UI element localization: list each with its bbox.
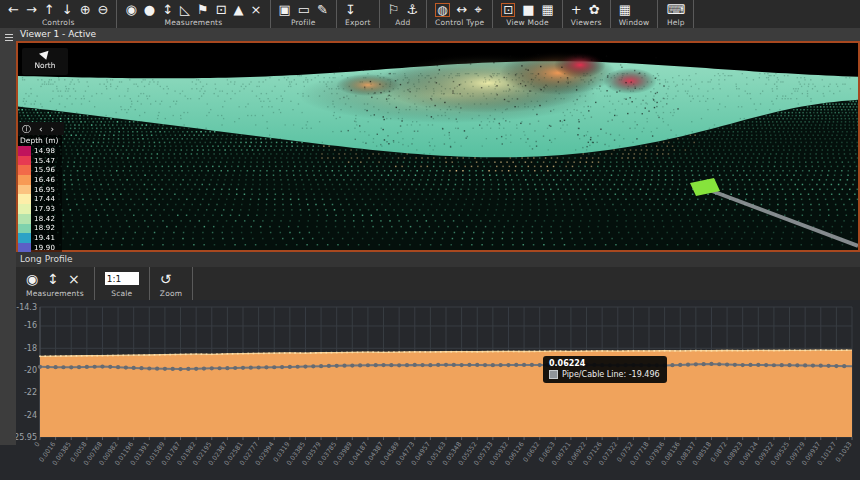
seabed-edge-dot [284, 352, 286, 354]
seabed-edge-dot [299, 352, 301, 354]
seabed-edge-dot [419, 351, 421, 353]
export-icon[interactable]: ↧ [345, 3, 356, 17]
long-profile-chart[interactable]: -14.3-16-18-20-22-24-25.9500.00160.00385… [0, 300, 860, 480]
pipe-cable-marker [717, 362, 721, 366]
legend-entry: 16.95 [18, 185, 62, 195]
seabed-edge-dot [107, 355, 109, 357]
view-solid-icon[interactable]: ■ [522, 3, 534, 17]
pan-up-icon[interactable]: ↑ [44, 3, 55, 17]
palette-icon[interactable]: ✿ [589, 3, 600, 17]
pan-left-icon[interactable]: ← [8, 3, 19, 17]
seabed-edge-dot [497, 351, 499, 353]
seabed-edge-dot [664, 350, 666, 352]
seabed-edge-dot [679, 350, 681, 352]
pipe-cable-marker [803, 363, 807, 367]
orbit-control-icon[interactable]: ◍ [435, 3, 449, 17]
legend-controls: ⓘ‹› [18, 122, 64, 135]
legend-next-icon[interactable]: › [51, 124, 55, 134]
seabed-edge-dot [778, 350, 780, 352]
seabed-edge-dot [502, 351, 504, 353]
legend-prev-icon[interactable]: ‹ [39, 124, 43, 134]
toolbar-group-export: ↧Export [337, 0, 380, 28]
main-toolbar: ←→↑↓⊕⊖Controls◉●↕◺⚑⊡▲×Measurements▣▭✎Pro… [0, 0, 860, 28]
pipe-cable-marker [54, 365, 58, 369]
seabed-edge-dot [305, 352, 307, 354]
y-axis-label: -16 [24, 321, 37, 330]
pipe-cable-marker [483, 363, 487, 367]
pipe-cable-marker [233, 366, 237, 370]
tooltip-series-text: Pipe/Cable Line: -19.496 [562, 370, 660, 379]
viewer-3d[interactable]: North ⓘ‹› Depth (m) 14.9815.4715.9616.46… [16, 41, 860, 252]
pipe-cable-marker [124, 365, 128, 369]
panel-list-icon[interactable] [2, 32, 13, 41]
measure-circle-icon[interactable]: ● [144, 3, 155, 17]
seabed-edge-dot [91, 355, 93, 357]
pipe-cable-marker [46, 365, 50, 369]
clear-measurements-icon[interactable]: × [251, 3, 262, 17]
pipe-cable-marker [694, 362, 698, 366]
pipe-cable-marker [819, 364, 823, 368]
measure-height-icon[interactable]: ↕ [162, 3, 173, 17]
toolbar-group-label: View Mode [501, 18, 554, 27]
pipe-cable-marker [428, 363, 432, 367]
lp-clear-icon[interactable]: × [68, 272, 80, 286]
lp-measure-icon[interactable]: ◉ [26, 272, 38, 286]
long-profile-title: Long Profile [16, 252, 860, 267]
pan-down-icon[interactable]: ↓ [62, 3, 73, 17]
seabed-edge-dot [799, 350, 801, 352]
toolbar-group-controls: ←→↑↓⊕⊖Controls [0, 0, 117, 28]
seabed-edge-dot [523, 351, 525, 353]
measure-point-icon[interactable]: ◉ [125, 3, 136, 17]
legend-info-icon[interactable]: ⓘ [22, 124, 31, 134]
seabed-edge-dot [846, 349, 848, 351]
profile-rect-icon[interactable]: ▭ [298, 3, 310, 17]
legend-value: 19.41 [31, 234, 55, 242]
y-axis-label: -14.3 [16, 303, 37, 312]
x-axis-label: 0.1033 [834, 440, 854, 463]
seabed-edge-dot [263, 353, 265, 355]
add-tag-icon[interactable]: ⚐ [388, 3, 400, 17]
lp-height-icon[interactable]: ↕ [47, 272, 59, 286]
toolbar-group-label: Zoom [160, 289, 182, 298]
profile-box-icon[interactable]: ▣ [279, 3, 291, 17]
seabed-edge-dot [232, 353, 234, 355]
view-terrain-icon[interactable]: ▦ [542, 3, 554, 17]
seabed-edge-dot [60, 355, 62, 357]
seabed-edge-dot [424, 351, 426, 353]
view-3d-icon[interactable]: ⊡ [501, 3, 515, 17]
zoom-out-icon[interactable]: ⊖ [98, 3, 109, 17]
add-viewer-icon[interactable]: + [571, 3, 582, 17]
zoom-in-icon[interactable]: ⊕ [80, 3, 91, 17]
legend-value: 18.42 [31, 215, 55, 223]
profile-draw-icon[interactable]: ✎ [317, 3, 328, 17]
add-anchor-icon[interactable]: ⚓ [406, 3, 418, 17]
pipe-cable-marker [467, 363, 471, 367]
pan-control-icon[interactable]: ↔ [457, 3, 468, 17]
seabed-edge-dot [711, 350, 713, 352]
side-rail [0, 28, 16, 445]
move-control-icon[interactable]: ⌖ [474, 3, 481, 17]
lp-zoom-reset-icon[interactable]: ↺ [160, 272, 172, 286]
measure-area-icon[interactable]: ▲ [234, 3, 244, 17]
legend-color-swatch [18, 214, 31, 224]
toolbar-group-zoom: ↺Zoom [150, 267, 193, 300]
pan-right-icon[interactable]: → [26, 3, 37, 17]
window-layout-icon[interactable]: ▦ [619, 3, 631, 17]
legend-color-swatch [18, 194, 31, 204]
pipe-cable-marker [702, 362, 706, 366]
pipe-cable-marker [210, 366, 214, 370]
point-cloud-canvas[interactable] [18, 43, 858, 250]
measure-angle-icon[interactable]: ◺ [180, 3, 190, 17]
measure-flag-icon[interactable]: ⚑ [197, 3, 209, 17]
seabed-edge-dot [258, 353, 260, 355]
seabed-edge-dot [201, 353, 203, 355]
profile-chart-svg[interactable]: -14.3-16-18-20-22-24-25.9500.00160.00385… [0, 300, 860, 480]
seabed-edge-dot [513, 351, 515, 353]
seabed-edge-dot [216, 353, 218, 355]
help-keyboard-icon[interactable]: ⌨ [666, 3, 685, 17]
measure-volume-icon[interactable]: ⊡ [216, 3, 227, 17]
seabed-edge-dot [253, 353, 255, 355]
toolbar-group-label: Measurements [26, 289, 84, 298]
pipe-cable-marker [787, 363, 791, 367]
scale-input[interactable] [105, 272, 139, 285]
